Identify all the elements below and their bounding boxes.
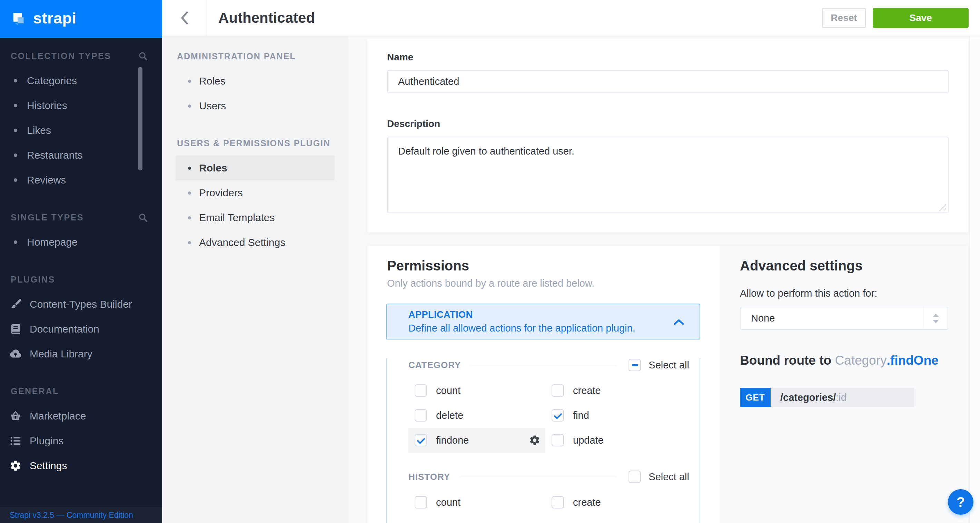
role-form-card: Name Description Default role given to a… — [368, 39, 968, 232]
permission-section-history: HISTORY Select all count — [387, 470, 700, 515]
advanced-settings-panel: Advanced settings Allow to perform this … — [719, 246, 968, 523]
reset-button[interactable]: Reset — [822, 8, 866, 28]
bullet-icon — [14, 129, 17, 132]
permissions-title: Permissions — [387, 258, 719, 274]
permission-cell-find[interactable]: find — [546, 403, 689, 428]
delete-checkbox[interactable] — [415, 409, 427, 421]
application-accordion-header[interactable]: APPLICATION Define all allowed actions f… — [387, 304, 700, 339]
help-button[interactable]: ? — [948, 489, 974, 515]
allow-action-label: Allow to perform this action for: — [740, 288, 948, 299]
search-icon[interactable] — [138, 213, 148, 222]
save-button[interactable]: Save — [873, 8, 969, 28]
strapi-logo-icon — [11, 11, 27, 27]
permissions-subtitle: Only actions bound by a route are listed… — [387, 277, 719, 290]
arrow-down-icon — [933, 320, 939, 323]
sidebar-item-homepage[interactable]: Homepage — [0, 230, 162, 254]
subnav-item-up-email-templates[interactable]: Email Templates — [176, 205, 335, 230]
category-section-header: CATEGORY Select all — [409, 358, 689, 372]
bound-route-controller: Category — [835, 353, 886, 367]
sidebar-item-documentation[interactable]: Documentation — [0, 317, 162, 342]
subnav-item-admin-roles[interactable]: Roles — [176, 68, 335, 94]
bullet-icon — [188, 105, 191, 108]
bullet-icon — [14, 178, 17, 182]
create-checkbox[interactable] — [552, 384, 564, 397]
select-arrows-icon — [923, 307, 948, 329]
update-checkbox[interactable] — [552, 434, 564, 447]
bullet-icon — [188, 80, 191, 83]
history-count-checkbox[interactable] — [415, 496, 427, 509]
history-select-all[interactable]: Select all — [628, 471, 689, 483]
strapi-logo[interactable]: strapi — [0, 0, 162, 38]
section-collection-types: COLLECTION TYPES — [0, 43, 162, 68]
history-section-name: HISTORY — [409, 472, 450, 482]
name-input[interactable] — [387, 70, 948, 93]
bullet-icon — [188, 241, 191, 244]
subnav-item-up-providers[interactable]: Providers — [176, 180, 335, 205]
description-label: Description — [387, 118, 948, 130]
route-path: /categories/:id — [771, 388, 915, 407]
permission-cell-delete[interactable]: delete — [409, 403, 546, 428]
page-title: Authenticated — [218, 10, 315, 26]
permission-cell-create[interactable]: create — [546, 378, 689, 403]
application-accordion-body: CATEGORY Select all count — [387, 358, 700, 523]
findone-checkbox[interactable] — [415, 434, 427, 447]
description-textarea[interactable]: Default role given to authenticated user… — [387, 137, 948, 213]
permission-cell-findone[interactable]: findone — [409, 428, 546, 453]
route-display: GET /categories/:id — [740, 388, 948, 407]
sidebar-item-content-types-builder[interactable]: Content-Types Builder — [0, 292, 162, 317]
action-select[interactable]: None — [740, 307, 948, 330]
help-question-mark: ? — [956, 494, 965, 510]
category-select-all-checkbox[interactable] — [628, 359, 641, 371]
section-single-types: SINGLE TYPES — [0, 205, 162, 230]
sidebar-scrollbar-thumb[interactable] — [138, 67, 142, 170]
subnav-item-admin-users[interactable]: Users — [176, 94, 335, 118]
find-checkbox[interactable] — [552, 409, 564, 421]
bullet-icon — [14, 240, 17, 244]
chevron-left-icon — [180, 11, 189, 25]
basket-icon — [9, 410, 22, 422]
permission-section-category: CATEGORY Select all count — [387, 358, 700, 453]
section-plugins: PLUGINS — [0, 267, 162, 292]
gear-icon[interactable] — [529, 434, 541, 448]
history-select-all-checkbox[interactable] — [628, 471, 641, 483]
sidebar-item-settings[interactable]: Settings — [0, 453, 162, 478]
sidebar-item-reviews[interactable]: Reviews — [0, 168, 162, 192]
category-select-all[interactable]: Select all — [628, 359, 689, 371]
gear-icon — [9, 459, 22, 472]
permission-cell-history-create[interactable]: create — [546, 490, 689, 515]
header-divider — [207, 0, 207, 35]
permission-cell-update[interactable]: update — [546, 428, 689, 453]
subnav-item-up-roles[interactable]: Roles — [176, 156, 335, 180]
bound-route-title: Bound route to Category.findOne — [740, 353, 948, 368]
list-icon — [9, 435, 22, 447]
header-actions: Reset Save — [822, 8, 969, 28]
strapi-logo-text: strapi — [33, 9, 76, 27]
sidebar-item-media-library[interactable]: Media Library — [0, 342, 162, 366]
cloud-upload-icon — [9, 348, 22, 360]
sidebar-item-plugins[interactable]: Plugins — [0, 428, 162, 453]
advanced-settings-title: Advanced settings — [740, 258, 948, 274]
permissions-row: Permissions Only actions bound by a rout… — [368, 246, 968, 523]
bullet-icon — [188, 167, 191, 170]
permission-cell-count[interactable]: count — [409, 378, 546, 403]
permission-cell-history-count[interactable]: count — [409, 490, 546, 515]
back-button[interactable] — [162, 0, 207, 35]
history-create-checkbox[interactable] — [552, 496, 564, 509]
subnav-item-up-advanced-settings[interactable]: Advanced Settings — [176, 230, 335, 255]
section-divider — [470, 365, 617, 366]
action-select-value: None — [751, 313, 775, 324]
strapi-admin-app: strapi COLLECTION TYPES Categories Histo… — [0, 0, 980, 523]
count-checkbox[interactable] — [415, 384, 427, 397]
search-icon[interactable] — [138, 51, 148, 61]
paintbrush-icon — [9, 298, 22, 310]
name-label: Name — [387, 51, 948, 63]
chevron-up-icon — [673, 319, 684, 325]
description-field-wrap: Default role given to authenticated user… — [387, 137, 948, 213]
page-header: Authenticated Reset Save — [162, 0, 980, 36]
bullet-icon — [188, 191, 191, 195]
application-plugin-name: APPLICATION — [409, 310, 700, 320]
subnav-section-users-permissions: USERS & PERMISSIONS PLUGIN — [162, 131, 348, 156]
main-scrollbar-track[interactable] — [970, 36, 980, 523]
sidebar-item-marketplace[interactable]: Marketplace — [0, 404, 162, 428]
version-link[interactable]: Strapi v3.2.5 — Community Edition — [10, 510, 133, 520]
